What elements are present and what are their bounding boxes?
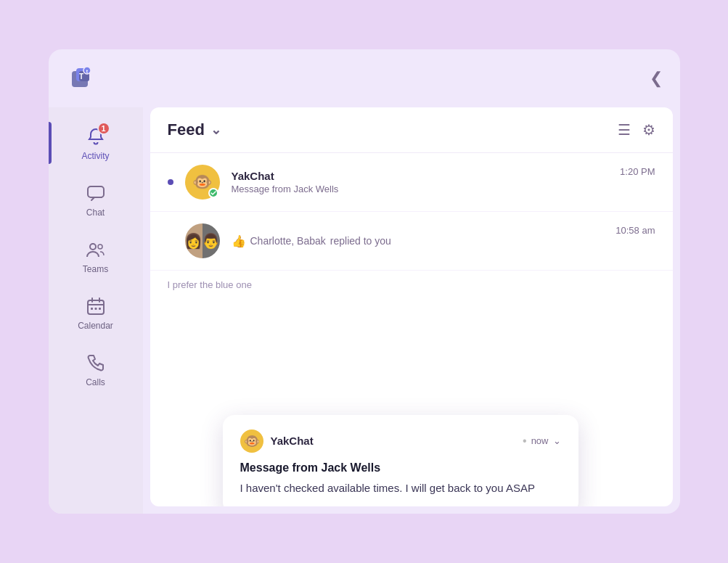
activity-icon-wrap: 1 bbox=[84, 125, 107, 148]
notification-item-reply[interactable]: 👩 👨 👍 Charlotte, Babak replied to you 10… bbox=[150, 212, 673, 271]
popup-time-wrap: • now ⌄ bbox=[523, 435, 560, 448]
svg-text:T: T bbox=[78, 73, 83, 81]
calls-label: Calls bbox=[86, 377, 105, 387]
notification-sender-reply: Charlotte, Babak bbox=[250, 235, 326, 247]
svg-point-7 bbox=[90, 244, 96, 250]
svg-rect-11 bbox=[94, 308, 97, 310]
notification-reply-action: replied to you bbox=[330, 235, 391, 247]
bottom-preview: I prefer the blue one bbox=[150, 271, 673, 299]
chat-icon-wrap bbox=[84, 181, 107, 205]
teams-icon-wrap bbox=[84, 238, 107, 261]
avatar-right: 👨 bbox=[203, 223, 220, 258]
svg-point-8 bbox=[98, 244, 102, 249]
popup-time: now bbox=[531, 435, 549, 446]
popup-message: I haven't checked available times. I wil… bbox=[240, 480, 561, 497]
unread-dot bbox=[168, 179, 173, 185]
avatar-wrap-yakchat: 🐵 bbox=[185, 165, 220, 200]
filter-icon[interactable]: ☰ bbox=[618, 121, 631, 139]
popup-chevron-icon[interactable]: ⌄ bbox=[553, 435, 561, 446]
popup-separator-dot: • bbox=[523, 435, 527, 448]
teams-logo: T t bbox=[66, 62, 98, 94]
sidebar-item-calendar[interactable]: Calendar bbox=[49, 284, 143, 341]
sidebar-item-activity[interactable]: 1 Activity bbox=[49, 115, 143, 171]
feed-title-text: Feed bbox=[168, 120, 205, 139]
notification-time-reply: 10:58 am bbox=[615, 225, 655, 236]
checkmark-icon bbox=[210, 190, 216, 196]
teams-label: Teams bbox=[83, 264, 108, 274]
calendar-icon bbox=[86, 296, 106, 316]
sidebar-item-chat[interactable]: Chat bbox=[49, 171, 143, 228]
avatar-left: 👩 bbox=[185, 223, 203, 258]
notification-content-reply: 👍 Charlotte, Babak replied to you bbox=[232, 234, 605, 248]
thumbs-up-icon: 👍 bbox=[232, 234, 246, 248]
notification-sender-name: YakChat bbox=[232, 170, 609, 182]
activity-badge: 1 bbox=[97, 122, 110, 135]
notification-replied-text: 👍 Charlotte, Babak replied to you bbox=[232, 234, 605, 248]
popup-sender: 🐵 YakChat bbox=[240, 430, 314, 453]
collapse-button[interactable]: ❮ bbox=[650, 69, 663, 88]
calendar-icon-wrap bbox=[84, 295, 107, 318]
notification-time-yakchat: 1:20 PM bbox=[620, 166, 655, 177]
sidebar-item-calls[interactable]: Calls bbox=[49, 341, 143, 398]
notification-subtext: Message from Jack Wells bbox=[232, 184, 609, 194]
popup-header: 🐵 YakChat • now ⌄ bbox=[240, 430, 561, 453]
feed-title: Feed ⌄ bbox=[168, 120, 221, 139]
feed-actions: ☰ ⚙ bbox=[618, 121, 655, 139]
popup-avatar: 🐵 bbox=[240, 430, 263, 453]
teams-nav-icon bbox=[86, 239, 106, 260]
feed-header: Feed ⌄ ☰ ⚙ bbox=[150, 107, 673, 153]
chat-label: Chat bbox=[86, 207, 105, 218]
svg-rect-10 bbox=[91, 308, 93, 310]
activity-label: Activity bbox=[81, 151, 109, 161]
sidebar-item-teams[interactable]: Teams bbox=[49, 228, 143, 284]
feed-dropdown-chevron[interactable]: ⌄ bbox=[210, 122, 221, 138]
main-area: 1 Activity Chat bbox=[49, 107, 680, 514]
app-window: T t ❮ 1 Activity bbox=[49, 49, 680, 514]
settings-icon[interactable]: ⚙ bbox=[642, 121, 655, 139]
top-bar: T t ❮ bbox=[49, 49, 680, 107]
teams-logo-icon: T t bbox=[68, 64, 97, 93]
calendar-label: Calendar bbox=[78, 321, 113, 331]
phone-icon bbox=[86, 353, 106, 373]
svg-rect-6 bbox=[88, 186, 104, 197]
content-panel: Feed ⌄ ☰ ⚙ 🐵 bbox=[150, 107, 673, 506]
chat-icon bbox=[86, 183, 106, 203]
sidebar: 1 Activity Chat bbox=[49, 107, 143, 514]
svg-rect-12 bbox=[99, 308, 101, 310]
calls-icon-wrap bbox=[84, 351, 107, 374]
notification-item-yakchat[interactable]: 🐵 YakChat Message from Jack Wells 1:20 P… bbox=[150, 153, 673, 212]
notification-content-yakchat: YakChat Message from Jack Wells bbox=[232, 170, 609, 194]
online-status-badge bbox=[208, 188, 218, 198]
svg-rect-9 bbox=[88, 300, 104, 314]
popup-sender-name: YakChat bbox=[271, 435, 314, 447]
dual-avatar: 👩 👨 bbox=[185, 223, 220, 258]
popup-title: Message from Jack Wells bbox=[240, 461, 561, 474]
notification-popup: 🐵 YakChat • now ⌄ Message from Jack Well… bbox=[223, 415, 578, 507]
